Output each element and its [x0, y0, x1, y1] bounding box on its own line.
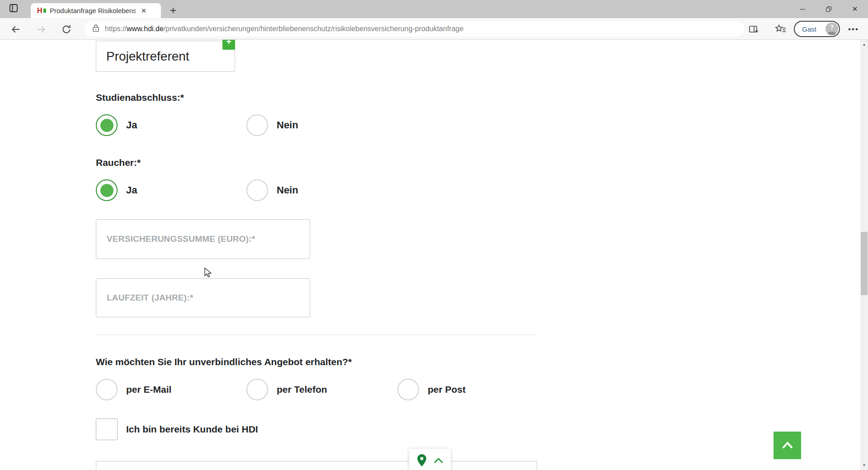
minimize-icon: — [800, 6, 805, 12]
favorites-button[interactable] [775, 24, 787, 35]
radio-unselected-icon [246, 114, 268, 136]
browser-titlebar: H Produktanfrage Risikolebensvers ✕ + — … [0, 0, 868, 18]
browser-essentials-button[interactable] [748, 24, 760, 35]
restore-button[interactable] [816, 0, 842, 18]
new-tab-button[interactable]: + [166, 4, 180, 17]
location-pin-icon [416, 454, 428, 470]
bottom-text-field[interactable] [96, 461, 537, 470]
forward-button[interactable] [35, 24, 47, 35]
option-label: per Telefon [277, 384, 327, 395]
offer-email-option[interactable]: per E-Mail [96, 379, 171, 400]
radio-selected-icon [96, 114, 118, 136]
tab-close-icon[interactable]: ✕ [138, 5, 149, 16]
browser-essentials-icon [748, 24, 759, 35]
smoker-question-label: Raucher:* [96, 157, 141, 168]
add-occupation-button[interactable]: + [222, 40, 235, 50]
more-options-icon: ••• [848, 25, 859, 34]
favorites-icon [775, 24, 787, 35]
study-question-label: Studienabschluss:* [96, 92, 184, 103]
browser-tab[interactable]: H Produktanfrage Risikolebensvers ✕ [31, 3, 161, 18]
forward-icon [36, 24, 46, 34]
back-button[interactable] [10, 24, 22, 35]
option-label: per Post [428, 384, 466, 395]
chevron-up-icon [780, 440, 795, 451]
more-options-button[interactable]: ••• [847, 24, 860, 35]
section-divider [96, 334, 537, 335]
profile-button[interactable]: Gast ? [794, 21, 840, 37]
back-icon [11, 24, 21, 34]
guest-avatar-icon: ? [826, 23, 838, 35]
mouse-cursor [204, 268, 214, 280]
radio-unselected-icon [397, 379, 419, 400]
offer-post-option[interactable]: per Post [397, 379, 466, 400]
scroll-down-icon[interactable]: ▼ [860, 461, 868, 469]
branch-locator-toggle[interactable] [409, 449, 451, 470]
offer-question-label: Wie möchten Sie Ihr unverbindliches Ange… [96, 357, 352, 367]
close-icon: ✕ [852, 5, 858, 13]
term-input[interactable] [96, 278, 310, 317]
offer-phone-option[interactable]: per Telefon [246, 379, 327, 400]
plus-icon: + [226, 40, 231, 47]
radio-selected-icon [96, 179, 118, 201]
reload-button[interactable] [61, 24, 72, 35]
tab-actions-button[interactable] [5, 3, 23, 15]
reload-icon [61, 24, 71, 34]
minimize-button[interactable]: — [789, 0, 816, 18]
scroll-to-top-button[interactable] [774, 432, 801, 459]
occupation-input[interactable] [96, 41, 235, 71]
profile-label: Gast [802, 25, 816, 33]
chevron-up-icon [433, 456, 444, 470]
window-controls: — ✕ [789, 0, 868, 18]
occupation-field-wrap [96, 41, 235, 72]
existing-customer-checkbox[interactable]: Ich bin bereits Kunde bei HDI [96, 418, 258, 440]
option-label: Nein [277, 119, 298, 131]
vertical-scrollbar: ▲ ▼ [860, 40, 868, 470]
study-no-option[interactable]: Nein [246, 114, 298, 136]
radio-unselected-icon [96, 379, 118, 400]
smoker-yes-option[interactable]: Ja [96, 179, 137, 201]
hdi-favicon-icon: H [37, 7, 46, 15]
checkbox-unchecked-icon [96, 418, 118, 440]
scrollbar-thumb[interactable] [861, 232, 868, 295]
radio-unselected-icon [246, 379, 268, 400]
address-bar[interactable]: https://www.hdi.de/privatkunden/versiche… [84, 21, 744, 37]
tab-title: Produktanfrage Risikolebensvers [50, 7, 136, 14]
option-label: Nein [277, 184, 298, 196]
radio-unselected-icon [246, 179, 268, 201]
smoker-no-option[interactable]: Nein [246, 179, 298, 201]
page-content: + Studienabschluss:* Ja Nein Raucher:* J… [0, 40, 860, 470]
browser-toolbar: https://www.hdi.de/privatkunden/versiche… [0, 18, 868, 40]
option-label: Ja [126, 119, 137, 131]
lock-icon [91, 24, 100, 34]
option-label: Ja [126, 184, 137, 196]
sum-insured-input[interactable] [96, 219, 310, 259]
url-text: https://www.hdi.de/privatkunden/versiche… [105, 25, 463, 33]
tab-actions-icon [9, 3, 19, 15]
close-button[interactable]: ✕ [842, 0, 868, 18]
option-label: per E-Mail [126, 384, 171, 395]
study-yes-option[interactable]: Ja [96, 114, 137, 136]
scroll-up-icon[interactable]: ▲ [860, 41, 868, 48]
restore-icon [826, 6, 831, 12]
checkbox-label: Ich bin bereits Kunde bei HDI [126, 424, 258, 435]
